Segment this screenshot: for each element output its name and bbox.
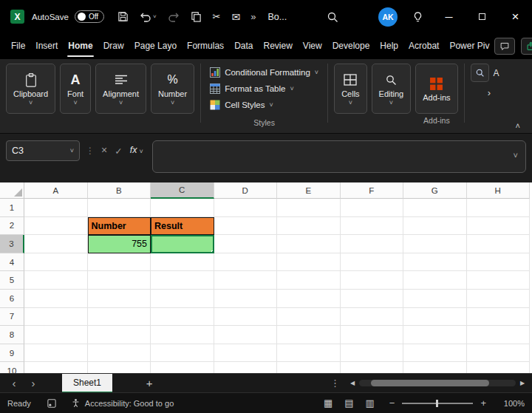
cell-E1[interactable]	[277, 199, 341, 217]
cell-B9[interactable]	[88, 344, 151, 363]
menu-tab-help[interactable]: Help	[376, 33, 402, 59]
cell-G1[interactable]	[403, 199, 467, 217]
enter-icon[interactable]: ✓	[115, 146, 122, 157]
cell-C5[interactable]	[151, 271, 214, 290]
cell-E2[interactable]	[277, 217, 341, 236]
scroll-right-icon[interactable]: ▶	[517, 380, 528, 386]
cell-B7[interactable]	[88, 308, 151, 327]
cell-A6[interactable]	[24, 290, 88, 308]
cell-B6[interactable]	[88, 290, 151, 308]
page-layout-view-icon[interactable]: ▤	[344, 397, 353, 409]
cell-E10[interactable]	[277, 362, 341, 373]
row-header-1[interactable]: 1	[0, 199, 24, 217]
row-header-5[interactable]: 5	[0, 271, 24, 290]
maximize-button[interactable]	[466, 0, 499, 33]
cell-styles-button[interactable]: Cell Styles ˅	[207, 97, 321, 113]
cell-G6[interactable]	[403, 290, 467, 308]
menu-tab-file[interactable]: File	[7, 33, 29, 59]
cell-A7[interactable]	[24, 308, 88, 327]
close-button[interactable]: ×	[499, 0, 532, 33]
conditional-formatting-button[interactable]: Conditional Formatting ˅	[207, 64, 321, 81]
cell-D4[interactable]	[214, 253, 278, 272]
cell-G4[interactable]	[403, 253, 467, 272]
cell-E8[interactable]	[277, 326, 341, 344]
column-header-B[interactable]: B	[88, 182, 151, 199]
menu-tab-data[interactable]: Data	[231, 33, 256, 59]
cell-D2[interactable]	[214, 217, 278, 236]
cell-D6[interactable]	[214, 290, 278, 308]
cell-E6[interactable]	[277, 290, 341, 308]
copy-icon[interactable]	[191, 11, 202, 22]
cell-A2[interactable]	[24, 217, 88, 236]
cell-G7[interactable]	[403, 308, 467, 327]
cell-H3[interactable]	[467, 235, 531, 253]
addins-button[interactable]: Add-ins	[415, 64, 457, 114]
cell-D5[interactable]	[214, 271, 278, 290]
ribbon-overflow-chevron[interactable]: ›	[488, 87, 491, 98]
more-commands-icon[interactable]: »	[250, 11, 256, 22]
column-header-A[interactable]: A	[24, 182, 88, 199]
row-header-8[interactable]: 8	[0, 326, 24, 344]
row-header-2[interactable]: 2	[0, 217, 24, 236]
cell-H10[interactable]	[467, 362, 531, 373]
cell-G2[interactable]	[403, 217, 467, 236]
cell-A8[interactable]	[24, 326, 88, 344]
normal-view-icon[interactable]: ▦	[324, 397, 332, 409]
menu-tab-acrobat[interactable]: Acrobat	[405, 33, 443, 59]
cell-F4[interactable]	[341, 253, 404, 272]
row-header-7[interactable]: 7	[0, 308, 24, 327]
menu-tab-draw[interactable]: Draw	[100, 33, 128, 59]
cell-A9[interactable]	[24, 344, 88, 363]
cell-E3[interactable]	[277, 235, 341, 253]
share-button[interactable]: ˅	[521, 38, 532, 55]
cell-E9[interactable]	[277, 344, 341, 363]
cell-G3[interactable]	[403, 235, 467, 253]
cell-F5[interactable]	[341, 271, 404, 290]
menu-tab-formulas[interactable]: Formulas	[183, 33, 228, 59]
cell-H6[interactable]	[467, 290, 531, 308]
font-group-button[interactable]: A Font ˅	[60, 64, 91, 114]
column-header-C[interactable]: C	[151, 182, 214, 199]
chevron-down-icon[interactable]: ˅	[70, 148, 74, 154]
cell-F2[interactable]	[341, 217, 404, 236]
cell-B1[interactable]	[88, 199, 151, 217]
cell-G5[interactable]	[403, 271, 467, 290]
cell-C7[interactable]	[151, 308, 214, 327]
cell-D9[interactable]	[214, 344, 278, 363]
cell-F6[interactable]	[341, 290, 404, 308]
save-icon[interactable]	[117, 11, 129, 22]
cell-A4[interactable]	[24, 253, 88, 272]
document-title[interactable]: Bo...	[267, 12, 287, 22]
analyze-data-button[interactable]	[471, 64, 489, 82]
column-header-E[interactable]: E	[277, 182, 341, 199]
scrollbar-thumb[interactable]	[371, 380, 489, 386]
comments-button[interactable]	[494, 38, 515, 55]
cell-D3[interactable]	[214, 235, 278, 253]
lightbulb-icon[interactable]	[412, 11, 423, 23]
cell-F8[interactable]	[341, 326, 404, 344]
cell-C10[interactable]	[151, 362, 214, 373]
alignment-group-button[interactable]: Alignment ˅	[95, 64, 146, 114]
cell-C6[interactable]	[151, 290, 214, 308]
cell-A10[interactable]	[24, 362, 88, 373]
search-icon[interactable]	[327, 11, 338, 23]
cell-F3[interactable]	[341, 235, 404, 253]
scroll-left-icon[interactable]: ◀	[347, 380, 358, 386]
menu-tab-view[interactable]: View	[299, 33, 326, 59]
row-header-10[interactable]: 10	[0, 362, 24, 373]
cell-B10[interactable]	[88, 362, 151, 373]
cells-group-button[interactable]: Cells ˅	[334, 64, 366, 114]
cell-C1[interactable]	[151, 199, 214, 217]
formula-input[interactable]: ˅	[152, 140, 526, 173]
column-header-G[interactable]: G	[403, 182, 467, 199]
accessibility-status[interactable]: Accessibility: Good to go	[71, 398, 174, 408]
row-header-6[interactable]: 6	[0, 290, 24, 308]
cell-C9[interactable]	[151, 344, 214, 363]
excel-logo-icon[interactable]: X	[10, 10, 24, 24]
undo-icon[interactable]: ˅	[140, 11, 157, 22]
column-header-D[interactable]: D	[214, 182, 278, 199]
clipboard-group-button[interactable]: Clipboard ˅	[6, 64, 55, 114]
menu-tab-develope[interactable]: Develope	[329, 33, 374, 59]
cell-D1[interactable]	[214, 199, 278, 217]
macro-record-icon[interactable]	[47, 399, 56, 408]
